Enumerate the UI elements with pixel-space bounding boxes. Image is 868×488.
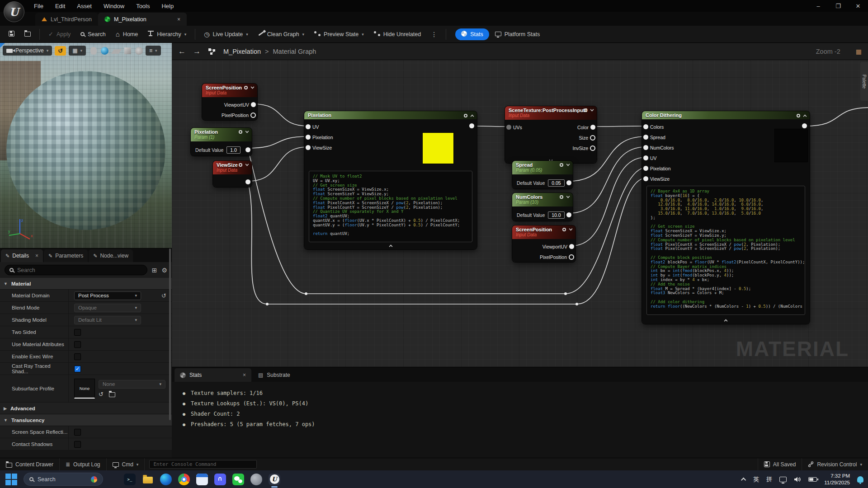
preview-toggle-icon[interactable]: [797, 114, 800, 117]
chevron-up-icon[interactable]: [389, 245, 392, 249]
realtime-toggle-button[interactable]: ↺: [55, 46, 66, 56]
node-header[interactable]: Pixelation: [304, 111, 477, 119]
enable-exec-wire-checkbox[interactable]: [74, 353, 81, 360]
close-tab-icon[interactable]: ×: [243, 372, 246, 378]
material-domain-dropdown[interactable]: Post Process▾: [74, 291, 141, 300]
material-graph-canvas[interactable]: MATERIAL Palette ScreenPositionInput Dat…: [172, 60, 868, 367]
notification-bell-icon[interactable]: [857, 476, 863, 483]
start-button[interactable]: [5, 473, 18, 486]
node-scenetexture[interactable]: SceneTexture:PostProcessInput0Input Data…: [505, 106, 597, 163]
forward-arrow-icon[interactable]: →: [193, 47, 201, 56]
stats-button[interactable]: Stats: [455, 28, 489, 40]
chevron-up-icon[interactable]: [724, 319, 728, 323]
contact-shadows-checkbox[interactable]: [74, 441, 81, 448]
wire[interactable]: [248, 136, 308, 148]
taskbar-app-wechat[interactable]: [232, 474, 244, 485]
preview-shape-cube[interactable]: [124, 47, 131, 54]
output-pin-InvSize[interactable]: [590, 145, 595, 151]
screen-space-reflecti--checkbox[interactable]: [74, 429, 81, 436]
reset-to-default-icon[interactable]: ↺: [161, 292, 166, 299]
node-numcolors[interactable]: NumColorsParam (10)Default Value10.0: [512, 193, 573, 221]
breadcrumb-graph[interactable]: Material Graph: [273, 48, 316, 55]
node-collapse-expander[interactable]: [304, 244, 477, 248]
default-value-input[interactable]: 10.0: [548, 211, 564, 219]
grid-icon[interactable]: ▦: [856, 48, 862, 55]
home-button[interactable]: ⌂Home: [112, 28, 142, 41]
preview-toggle-icon[interactable]: [239, 163, 242, 167]
preview-state-button[interactable]: Preview State▾: [310, 28, 368, 40]
wire[interactable]: [248, 147, 308, 181]
default-value-input[interactable]: 0.05: [548, 179, 564, 187]
close-tab-icon[interactable]: ×: [177, 16, 180, 23]
chevron-down-icon[interactable]: [251, 85, 255, 89]
subsurface-profile-thumbnail[interactable]: None: [74, 379, 95, 399]
node-header[interactable]: PixelationParam (1): [191, 128, 252, 141]
preview-toggle-icon[interactable]: [239, 130, 242, 134]
input-pin-ViewSize[interactable]: [643, 176, 648, 181]
save-button[interactable]: [5, 28, 19, 41]
node-header[interactable]: NumColorsParam (10): [512, 193, 573, 206]
node-header[interactable]: SpreadParam (0.05): [512, 161, 573, 174]
search-button[interactable]: Search: [76, 28, 110, 40]
node-viewsize[interactable]: ViewSizeInput Data: [213, 161, 252, 187]
minimize-button[interactable]: –: [808, 0, 828, 12]
preview-toggle-icon[interactable]: [560, 195, 563, 199]
viewport-options-button[interactable]: ≡ ▾: [146, 46, 161, 56]
chevron-down-icon[interactable]: [569, 227, 573, 231]
default-value-input[interactable]: 1.0: [226, 146, 241, 154]
output-log-button[interactable]: ≣ Output Log: [60, 458, 106, 470]
input-pin-Pixelation[interactable]: [643, 166, 648, 171]
clean-graph-button[interactable]: Clean Graph▾: [254, 28, 308, 41]
cmd-dropdown[interactable]: Cmd ▾: [107, 458, 145, 470]
details-scrollbar[interactable]: [169, 249, 171, 420]
save-status[interactable]: All Saved: [758, 458, 802, 470]
menu-help[interactable]: Help: [156, 1, 179, 11]
wire[interactable]: [593, 126, 646, 127]
screenshot-button[interactable]: ▦ ▾: [69, 46, 86, 56]
tab-node-view[interactable]: ✎Node...view: [89, 249, 133, 262]
menu-file[interactable]: File: [29, 1, 48, 11]
taskbar-app-capture[interactable]: [250, 474, 262, 485]
browse-button[interactable]: [20, 28, 35, 41]
gear-icon[interactable]: ⚙: [161, 267, 167, 274]
platform-stats-button[interactable]: Platform Stats: [491, 28, 544, 40]
section-advanced[interactable]: ▶Advanced: [0, 403, 172, 414]
output-pin-PixelPosition[interactable]: [569, 254, 574, 260]
node-screenposition-2[interactable]: ScreenPositionInput DataViewportUVPixelP…: [512, 225, 576, 262]
revision-control-dropdown[interactable]: Revision Control ▾: [802, 458, 868, 470]
input-pin-Spread[interactable]: [643, 135, 648, 140]
menu-asset[interactable]: Asset: [72, 1, 97, 11]
tab-details[interactable]: ✎Details×: [1, 249, 43, 262]
taskbar-app-unreal[interactable]: U: [269, 474, 280, 485]
tray-expand-icon[interactable]: [741, 477, 746, 482]
preview-toggle-icon[interactable]: [584, 108, 587, 112]
apply-button[interactable]: ✓Apply: [44, 28, 75, 40]
hlsl-code-block[interactable]: // Bayer 4x4 as 1D array float bayer4[16…: [646, 186, 805, 315]
tab-parameters[interactable]: ✎Parameters: [44, 249, 88, 262]
node-header[interactable]: ScreenPositionInput Data: [202, 84, 257, 97]
taskbar-app-calendar[interactable]: [196, 474, 208, 485]
input-pin-UV[interactable]: [643, 155, 648, 160]
taskbar-app-edge[interactable]: [160, 474, 172, 485]
ime-language-button[interactable]: 英: [753, 475, 759, 483]
ime-mode-button[interactable]: 拼: [766, 475, 772, 483]
input-pin-Colors[interactable]: [643, 124, 648, 129]
taskbar-search-input[interactable]: Search: [24, 473, 103, 486]
wire[interactable]: [571, 157, 646, 246]
close-tab-icon[interactable]: ×: [35, 253, 38, 259]
section-material[interactable]: ▼Material: [0, 278, 172, 290]
input-pin-Pixelation[interactable]: [306, 135, 311, 140]
node-pixelation-param[interactable]: PixelationParam (1)Default Value1.0: [191, 128, 252, 156]
chevron-down-icon[interactable]: [245, 130, 249, 133]
preview-viewport[interactable]: Perspective ▾ ↺ ▦ ▾ ≡ ▾ z y x: [0, 43, 172, 248]
battery-icon[interactable]: [808, 477, 817, 482]
tab-substrate[interactable]: ▤Substrate: [253, 368, 296, 382]
details-search-input[interactable]: Search: [5, 265, 147, 275]
chevron-down-icon[interactable]: [566, 195, 570, 198]
taskbar-app-chrome[interactable]: [178, 474, 190, 485]
output-pin-Color[interactable]: [590, 125, 595, 130]
preview-toggle-icon[interactable]: [464, 114, 467, 117]
node-pixelation-custom[interactable]: Pixelation// Mask UV to float2 UV = UV.x…: [304, 111, 477, 249]
menu-window[interactable]: Window: [99, 1, 129, 11]
output-pin-ViewportUV[interactable]: [251, 102, 256, 107]
